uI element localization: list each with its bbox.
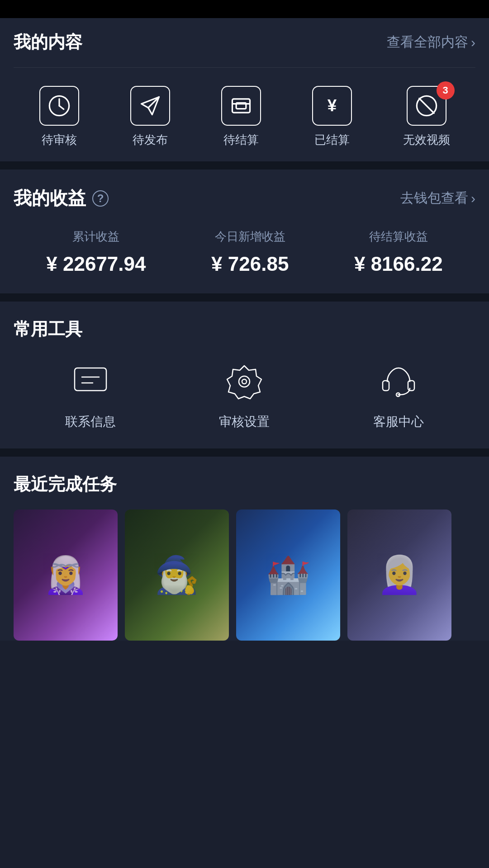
today-label: 今日新增收益 (215, 229, 285, 245)
clock-icon (47, 94, 71, 118)
gap-3 (0, 448, 489, 457)
invalid-video-label: 无效视频 (403, 132, 450, 148)
tools-grid: 联系信息 审核设置 (14, 359, 475, 430)
settled-label: 已结算 (314, 132, 350, 148)
ban-icon (415, 94, 438, 118)
contact-info-item[interactable]: 联系信息 (65, 359, 116, 430)
help-icon[interactable]: ? (92, 190, 109, 207)
svg-rect-11 (75, 368, 106, 391)
svg-text:¥: ¥ (327, 96, 337, 115)
pending-settlement-icon-box (221, 86, 261, 126)
svg-rect-18 (408, 381, 414, 391)
pending-review-item[interactable]: 待审核 (39, 86, 79, 148)
wallet-link[interactable]: 去钱包查看 › (400, 189, 475, 208)
today-earnings-item: 今日新增收益 ¥ 726.85 (211, 229, 289, 275)
tools-title: 常用工具 (14, 318, 475, 341)
cumulative-label: 累计收益 (72, 229, 119, 245)
pending-publish-label: 待发布 (133, 132, 168, 148)
pending-payment-icon (229, 94, 253, 118)
yen-icon: ¥ (320, 94, 344, 118)
earnings-title: 我的收益 (14, 186, 86, 211)
cumulative-value: ¥ 22677.94 (46, 253, 146, 275)
earnings-header: 我的收益 ? 去钱包查看 › (14, 186, 475, 211)
recent-task-item[interactable]: 🏰 (236, 509, 340, 641)
customer-service-icon (376, 359, 421, 404)
common-tools-section: 常用工具 联系信息 审核设置 (0, 302, 489, 448)
divider (14, 67, 475, 68)
pending-label: 待结算收益 (369, 229, 428, 245)
pending-review-label: 待审核 (42, 132, 77, 148)
pending-settlement-label: 待结算 (223, 132, 259, 148)
customer-service-label: 客服中心 (373, 413, 424, 430)
message-icon (70, 361, 111, 402)
svg-marker-14 (227, 366, 261, 399)
status-bar (0, 0, 489, 18)
settled-item[interactable]: ¥ 已结算 (312, 86, 352, 148)
svg-rect-5 (232, 99, 250, 113)
svg-point-16 (242, 379, 247, 384)
pending-earnings-item: 待结算收益 ¥ 8166.22 (354, 229, 443, 275)
earnings-title-row: 我的收益 ? (14, 186, 109, 211)
review-settings-item[interactable]: 审核设置 (219, 359, 270, 430)
pending-publish-icon-box (130, 86, 170, 126)
my-content-title: 我的内容 (14, 31, 82, 54)
settings-circle-icon (224, 361, 265, 402)
cumulative-earnings-item: 累计收益 ¥ 22677.94 (46, 229, 146, 275)
pending-publish-item[interactable]: 待发布 (130, 86, 170, 148)
invalid-video-badge: 3 (437, 81, 455, 99)
recent-task-item[interactable]: 🧙‍♂️ (125, 509, 229, 641)
settled-icon-box: ¥ (312, 86, 352, 126)
recent-task-item[interactable]: 🧝‍♀️ (14, 509, 118, 641)
chevron-right-icon: › (471, 191, 475, 206)
svg-point-15 (239, 376, 250, 387)
gap-1 (0, 161, 489, 170)
review-settings-icon (222, 359, 267, 404)
pending-review-icon-box (39, 86, 79, 126)
my-content-header: 我的内容 查看全部内容 › (14, 31, 475, 54)
svg-line-10 (419, 99, 434, 113)
content-icon-grid: 待审核 待发布 待结算 (14, 81, 475, 152)
pending-value: ¥ 8166.22 (354, 253, 443, 275)
recent-tasks-title: 最近完成任务 (14, 473, 475, 496)
recent-tasks-section: 最近完成任务 🧝‍♀️ 🧙‍♂️ 🏰 👩‍🦳 (0, 457, 489, 641)
customer-service-item[interactable]: 客服中心 (373, 359, 424, 430)
gap-2 (0, 293, 489, 302)
pending-settlement-item[interactable]: 待结算 (221, 86, 261, 148)
send-icon (138, 94, 162, 118)
earnings-grid: 累计收益 ¥ 22677.94 今日新增收益 ¥ 726.85 待结算收益 ¥ … (14, 229, 475, 275)
my-content-section: 我的内容 查看全部内容 › 待审核 (0, 18, 489, 161)
svg-rect-17 (383, 381, 389, 391)
my-earnings-section: 我的收益 ? 去钱包查看 › 累计收益 ¥ 22677.94 今日新增收益 ¥ … (0, 170, 489, 293)
headset-icon (378, 361, 419, 402)
review-settings-label: 审核设置 (219, 413, 270, 430)
today-value: ¥ 726.85 (211, 253, 289, 275)
svg-line-2 (59, 106, 64, 109)
invalid-video-item[interactable]: 3 无效视频 (403, 86, 450, 148)
contact-info-label: 联系信息 (65, 413, 116, 430)
chevron-right-icon: › (471, 35, 475, 50)
contact-info-icon (68, 359, 113, 404)
recent-task-item[interactable]: 👩‍🦳 (347, 509, 451, 641)
recent-tasks-grid: 🧝‍♀️ 🧙‍♂️ 🏰 👩‍🦳 (14, 509, 475, 641)
view-all-link[interactable]: 查看全部内容 › (387, 33, 475, 52)
